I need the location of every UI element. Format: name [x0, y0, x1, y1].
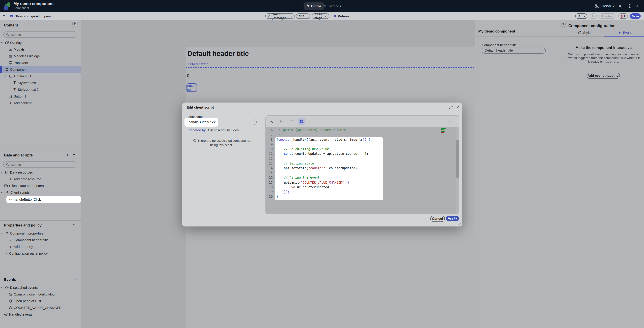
- undo-history-caret[interactable]: ▾: [582, 14, 587, 18]
- code-line: 12: [266, 156, 459, 161]
- tree-item-label: handleButtonClick: [14, 198, 41, 201]
- tree-item[interactable]: Open page or URL: [0, 298, 81, 304]
- tree-item[interactable]: <>handleButtonClick: [6, 196, 81, 203]
- tree-item[interactable]: COUNTER_VALUE_CHANGED: [0, 304, 81, 311]
- megaphone-icon[interactable]: [619, 4, 623, 8]
- tree-item[interactable]: Open or close modal dialog: [0, 291, 81, 298]
- code-area[interactable]: 6 * @param {ApiHelpers} params.helpers7 …: [266, 127, 459, 214]
- code-icon: <>: [8, 198, 13, 201]
- tree-item[interactable]: Handled events: [0, 311, 81, 318]
- scrollbar-thumb[interactable]: [456, 140, 459, 178]
- code-line: 13 // Setting state: [266, 161, 459, 166]
- save-button[interactable]: Save: [630, 13, 641, 19]
- add-event-mapping-button[interactable]: Add event mapping: [586, 72, 620, 79]
- collapse-sidebar-button[interactable]: [72, 21, 78, 26]
- tab-style[interactable]: Style: [578, 31, 590, 34]
- tree-item[interactable]: +Add content: [0, 99, 81, 106]
- more-options-icon[interactable]: ⋯: [449, 119, 453, 123]
- events-section-title: Events: [4, 277, 16, 282]
- error-count-button[interactable]: ✕ 2: [618, 13, 628, 19]
- collapse-properties-icon[interactable]: ▾: [73, 224, 74, 227]
- tab-events[interactable]: Events: [618, 31, 633, 34]
- tree-item[interactable]: Client state parameters: [0, 182, 81, 189]
- collapse-config-panel-button[interactable]: [560, 21, 566, 27]
- caret-down-icon[interactable]: ▾: [1, 232, 5, 235]
- scope-selector[interactable]: Global ▾: [595, 4, 614, 8]
- tree-item[interactable]: ▾Data resources: [0, 169, 81, 176]
- preview-button[interactable]: Preview: [599, 13, 616, 19]
- caret-down-icon[interactable]: ▾: [1, 68, 5, 71]
- edit-client-script-modal: Edit client script × Script name handleB…: [182, 102, 462, 227]
- event-out-icon: [8, 299, 13, 303]
- caret-down-icon[interactable]: ▾: [5, 75, 9, 77]
- tree-item[interactable]: ↘Configuration panel policy: [0, 250, 81, 257]
- search-icon: [6, 33, 9, 36]
- caret-down-icon[interactable]: ▾: [1, 41, 5, 44]
- tree-item[interactable]: ▾Dispatched events: [0, 284, 81, 291]
- code-editor: ⋯ 6 * @param {ApiHelpers} params.helpers…: [265, 115, 459, 214]
- tree-item[interactable]: Modals: [0, 46, 81, 53]
- tree-item[interactable]: Popovers: [0, 59, 81, 66]
- caret-down-icon[interactable]: ▾: [1, 171, 5, 174]
- tab-client-script-includes[interactable]: Client script includes: [208, 128, 239, 132]
- tree-item[interactable]: +Add data resource: [0, 176, 81, 182]
- modal-footer-divider: [182, 213, 462, 213]
- script-check-icon: [299, 119, 304, 123]
- undo-button[interactable]: ↺: [576, 14, 582, 18]
- cancel-button[interactable]: Cancel: [430, 216, 445, 222]
- code-icon: <>: [5, 190, 10, 194]
- app-logo: [4, 2, 12, 10]
- zoom-selector[interactable]: Fit to stage ▾: [312, 13, 330, 19]
- expand-modal-icon[interactable]: [449, 105, 453, 109]
- apply-button[interactable]: Apply: [446, 216, 459, 221]
- comment-icon[interactable]: [280, 119, 284, 123]
- tree-item[interactable]: ▾Overlays: [0, 39, 81, 46]
- tab-settings[interactable]: ⚙ Settings: [323, 2, 341, 10]
- show-config-checkbox[interactable]: ✓: [10, 14, 13, 17]
- no-associated-components-message: There are no associated components using…: [187, 139, 256, 147]
- caret-down-icon[interactable]: ▾: [1, 286, 5, 289]
- tree-item[interactable]: ▾Component: [0, 66, 81, 73]
- contrast-icon[interactable]: ◐: [636, 4, 639, 8]
- search-icon[interactable]: [269, 119, 273, 123]
- format-icon[interactable]: [290, 119, 294, 123]
- redo-button[interactable]: ↻: [590, 13, 597, 19]
- caret-down-icon[interactable]: ▾: [1, 191, 5, 194]
- close-modal-icon[interactable]: ×: [457, 104, 460, 109]
- script-name-highlight: handleButtonClick: [184, 117, 218, 126]
- tree-item[interactable]: Modeless dialogs: [0, 53, 81, 59]
- tree-item[interactable]: TStylized text 2: [0, 86, 81, 93]
- gear-icon: ⚙: [323, 4, 327, 8]
- tree-item[interactable]: Button 1: [0, 93, 81, 99]
- device-selector[interactable]: Desktop (Primary)* ▾: [265, 13, 295, 19]
- lightning-icon: [618, 31, 621, 34]
- scrollbar-track[interactable]: [456, 127, 459, 214]
- collapse-data-scripts-icon[interactable]: ▾: [67, 153, 68, 156]
- tab-editor[interactable]: ✎ Editor: [304, 2, 324, 10]
- canvas-heading[interactable]: Default header title: [187, 49, 249, 57]
- tree-item[interactable]: TStylized text 1: [0, 79, 81, 86]
- content-search-input[interactable]: Search: [3, 31, 77, 37]
- overlays-icon: [5, 41, 9, 44]
- event-check-icon: [4, 313, 8, 316]
- tab-triggered-by[interactable]: Triggered by: [187, 128, 206, 132]
- help-icon[interactable]: [628, 4, 632, 8]
- tree-item[interactable]: ▾Container 1: [0, 73, 81, 79]
- click-me-button[interactable]: Click me: [186, 83, 197, 92]
- theme-selector[interactable]: Polaris ▾: [334, 13, 352, 19]
- tree-item-label: Component properties: [10, 231, 43, 235]
- data-scripts-search-input[interactable]: Search: [3, 161, 77, 168]
- resize-handle-icon[interactable]: [458, 223, 461, 225]
- collapse-events-icon[interactable]: ▾: [74, 278, 76, 281]
- width-input[interactable]: 1304 px: [296, 13, 310, 19]
- tree-item[interactable]: ▾<>Client scripts: [0, 189, 81, 196]
- tree-item[interactable]: +Add property: [0, 243, 81, 250]
- menu-icon[interactable]: ≡: [3, 14, 5, 17]
- show-config-label: Show configuration panel: [15, 14, 52, 18]
- header-title-input[interactable]: Default header title: [482, 47, 546, 53]
- tree-item-label: Button 1: [14, 94, 26, 98]
- tree-item[interactable]: ≡Component header title: [0, 237, 81, 243]
- script-check-button[interactable]: [298, 118, 305, 125]
- add-data-script-icon[interactable]: +: [73, 152, 75, 157]
- tree-item[interactable]: ▾⚙Component properties: [0, 230, 81, 237]
